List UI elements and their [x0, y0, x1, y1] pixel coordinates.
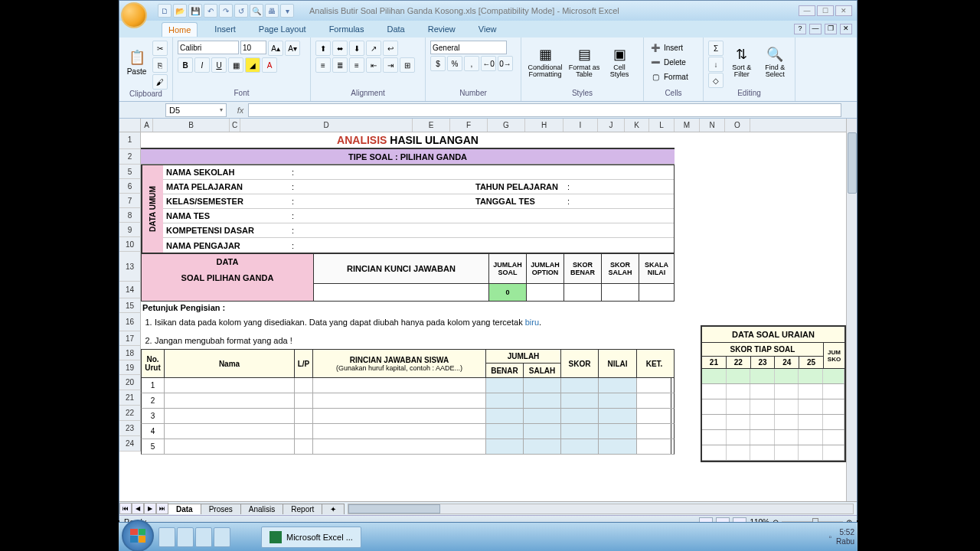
- format-as-table-button[interactable]: ▤Format as Table: [567, 41, 601, 83]
- row-header[interactable]: 5: [119, 165, 141, 179]
- fill-color-icon[interactable]: ◢: [245, 57, 260, 73]
- col-header[interactable]: A: [141, 119, 153, 132]
- qat-redo2-icon[interactable]: ↺: [234, 4, 248, 18]
- row-header[interactable]: 14: [119, 282, 141, 298]
- orientation-icon[interactable]: ↗: [366, 41, 381, 56]
- formula-input[interactable]: [248, 103, 841, 117]
- row-header[interactable]: 24: [119, 436, 141, 452]
- bold-button[interactable]: B: [178, 57, 193, 73]
- row-header[interactable]: 9: [119, 223, 141, 237]
- row-header[interactable]: 1: [119, 132, 141, 149]
- cut-icon[interactable]: ✂: [152, 41, 168, 56]
- delete-cells-button[interactable]: ➖Delete: [648, 55, 688, 69]
- doc-close-button[interactable]: ✕: [840, 24, 852, 34]
- row-header[interactable]: 6: [119, 179, 141, 194]
- font-color-icon[interactable]: A: [262, 57, 277, 73]
- insert-cells-button[interactable]: ➕Insert: [648, 41, 684, 54]
- col-header[interactable]: L: [649, 119, 675, 132]
- decrease-decimal-icon[interactable]: 0→: [498, 56, 513, 71]
- row-header[interactable]: 13: [119, 252, 141, 282]
- quick-desktop-icon[interactable]: [158, 527, 175, 547]
- table-row[interactable]: 1: [141, 378, 675, 393]
- sheet-tab-new[interactable]: ✦: [322, 504, 345, 514]
- hscroll-thumb[interactable]: [348, 504, 440, 514]
- qat-redo-icon[interactable]: ↷: [219, 4, 233, 18]
- row-header[interactable]: 16: [119, 313, 141, 331]
- row-header[interactable]: 20: [119, 375, 141, 390]
- row-header[interactable]: 23: [119, 421, 141, 436]
- fill-icon[interactable]: ↓: [708, 57, 724, 72]
- copy-icon[interactable]: ⎘: [152, 57, 168, 73]
- quick-explorer-icon[interactable]: [177, 527, 194, 547]
- tab-nav-last[interactable]: ⏭: [156, 503, 168, 514]
- maximize-button[interactable]: ☐: [817, 5, 834, 16]
- name-box[interactable]: D5: [165, 103, 227, 117]
- tab-page-layout[interactable]: Page Layout: [253, 22, 312, 36]
- align-bottom-icon[interactable]: ⬇: [349, 41, 364, 56]
- number-format-select[interactable]: [430, 41, 507, 54]
- qat-print-icon[interactable]: 🖶: [265, 4, 279, 18]
- col-header[interactable]: F: [450, 119, 488, 132]
- row-header[interactable]: 2: [119, 149, 141, 165]
- find-select-button[interactable]: 🔍Find & Select: [760, 41, 791, 83]
- doc-restore-button[interactable]: ❐: [825, 24, 837, 34]
- col-header[interactable]: O: [725, 119, 750, 132]
- tab-formulas[interactable]: Formulas: [323, 22, 371, 36]
- sort-filter-button[interactable]: ⇅Sort & Filter: [727, 41, 757, 83]
- percent-icon[interactable]: %: [447, 56, 462, 71]
- currency-icon[interactable]: $: [430, 56, 446, 71]
- merge-icon[interactable]: ⊞: [400, 57, 415, 73]
- border-icon[interactable]: ▦: [228, 57, 243, 73]
- row-header[interactable]: 19: [119, 360, 141, 375]
- col-header[interactable]: E: [413, 119, 450, 132]
- font-size-select[interactable]: [240, 41, 266, 54]
- format-painter-icon[interactable]: 🖌: [152, 74, 168, 90]
- italic-button[interactable]: I: [194, 57, 210, 73]
- qat-preview-icon[interactable]: 🔍: [250, 4, 263, 18]
- underline-button[interactable]: U: [211, 57, 227, 73]
- qat-new-icon[interactable]: 🗋: [158, 4, 172, 18]
- col-header[interactable]: I: [564, 119, 598, 132]
- taskbar-excel-task[interactable]: Microsoft Excel ...: [261, 527, 361, 548]
- minimize-button[interactable]: —: [799, 5, 815, 16]
- table-row[interactable]: 4: [141, 424, 675, 439]
- close-button[interactable]: ✕: [835, 5, 852, 16]
- row-header[interactable]: 15: [119, 298, 141, 313]
- row-header[interactable]: 21: [119, 390, 141, 406]
- col-header[interactable]: M: [675, 119, 700, 132]
- sheet-tab-report[interactable]: Report: [283, 504, 322, 514]
- clear-icon[interactable]: ◇: [708, 73, 724, 88]
- col-header[interactable]: N: [700, 119, 725, 132]
- comma-icon[interactable]: ,: [464, 56, 479, 71]
- autosum-icon[interactable]: Σ: [708, 41, 724, 56]
- col-header[interactable]: B: [153, 119, 230, 132]
- shrink-font-icon[interactable]: A▾: [285, 41, 300, 56]
- row-header[interactable]: 18: [119, 346, 141, 360]
- cell-styles-button[interactable]: ▣Cell Styles: [604, 41, 635, 83]
- tab-nav-first[interactable]: ⏮: [119, 503, 132, 514]
- align-center-icon[interactable]: ≣: [332, 57, 348, 73]
- col-header[interactable]: D: [240, 119, 413, 132]
- qat-open-icon[interactable]: 📂: [173, 4, 187, 18]
- tab-nav-next[interactable]: ▶: [144, 503, 156, 514]
- format-cells-button[interactable]: ▢Format: [648, 70, 690, 83]
- table-row[interactable]: 5: [141, 439, 675, 455]
- conditional-formatting-button[interactable]: ▦Conditional Formatting: [526, 41, 564, 83]
- office-button[interactable]: [121, 2, 147, 28]
- help-icon[interactable]: ?: [794, 24, 806, 34]
- align-left-icon[interactable]: ≡: [315, 57, 331, 73]
- increase-indent-icon[interactable]: ⇥: [383, 57, 398, 73]
- tab-insert[interactable]: Insert: [208, 22, 242, 36]
- vertical-scrollbar[interactable]: [846, 119, 857, 501]
- tab-data[interactable]: Data: [381, 22, 410, 36]
- align-top-icon[interactable]: ⬆: [315, 41, 331, 56]
- tab-view[interactable]: View: [472, 22, 503, 36]
- align-middle-icon[interactable]: ⬌: [332, 41, 348, 56]
- qat-more-icon[interactable]: ▾: [280, 4, 294, 18]
- row-header[interactable]: 10: [119, 237, 141, 252]
- qat-save-icon[interactable]: 💾: [188, 4, 202, 18]
- taskbar-clock[interactable]: 5:52 Rabu: [836, 528, 854, 546]
- select-all-button[interactable]: [119, 119, 141, 132]
- tab-review[interactable]: Review: [422, 22, 462, 36]
- table-row[interactable]: 3: [141, 409, 675, 424]
